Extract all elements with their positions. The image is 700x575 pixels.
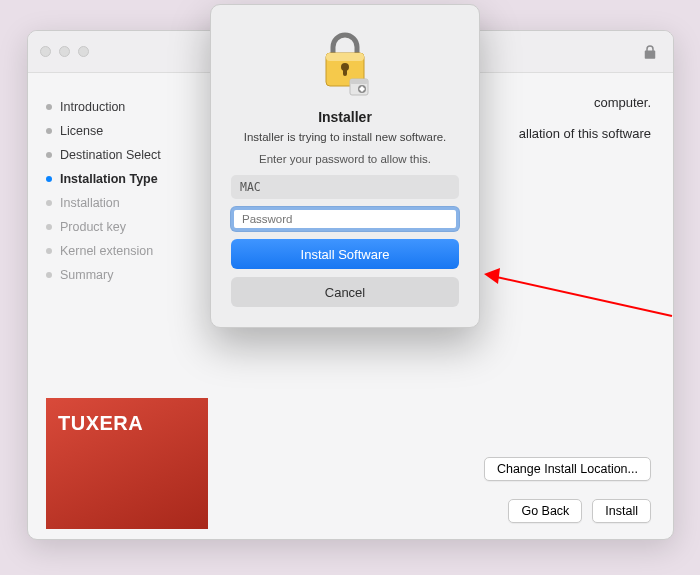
traffic-lights — [40, 46, 89, 57]
padlock-installer-icon — [317, 29, 373, 99]
zoom-traffic-light[interactable] — [78, 46, 89, 57]
svg-rect-3 — [343, 67, 347, 76]
step-label: License — [60, 124, 103, 138]
step-label: Destination Select — [60, 148, 161, 162]
step-label: Kernel extension — [60, 244, 153, 258]
step-destination-select: Destination Select — [46, 143, 190, 167]
step-installation-type: Installation Type — [46, 167, 190, 191]
sidebar: Introduction License Destination Select … — [28, 73, 200, 539]
install-software-button[interactable]: Install Software — [231, 239, 459, 269]
change-install-location-button[interactable]: Change Install Location... — [484, 457, 651, 481]
lock-icon[interactable] — [641, 43, 659, 61]
step-installation: Installation — [46, 191, 190, 215]
step-license: License — [46, 119, 190, 143]
step-introduction: Introduction — [46, 95, 190, 119]
step-summary: Summary — [46, 263, 190, 287]
modal-subtext: Enter your password to allow this. — [231, 153, 459, 165]
step-label: Installation — [60, 196, 120, 210]
install-button[interactable]: Install — [592, 499, 651, 523]
svg-rect-5 — [350, 79, 368, 84]
username-field[interactable] — [231, 175, 459, 199]
password-field[interactable] — [231, 207, 459, 231]
brand-name: TUXERA — [58, 412, 143, 435]
modal-title: Installer — [231, 109, 459, 125]
install-steps: Introduction License Destination Select … — [46, 95, 190, 388]
step-product-key: Product key — [46, 215, 190, 239]
step-label: Installation Type — [60, 172, 158, 186]
step-label: Introduction — [60, 100, 125, 114]
minimize-traffic-light[interactable] — [59, 46, 70, 57]
modal-description: Installer is trying to install new softw… — [231, 131, 459, 143]
step-label: Summary — [60, 268, 113, 282]
auth-modal: Installer Installer is trying to install… — [210, 4, 480, 328]
svg-rect-1 — [326, 53, 364, 61]
close-traffic-light[interactable] — [40, 46, 51, 57]
step-kernel-extension: Kernel extension — [46, 239, 190, 263]
step-label: Product key — [60, 220, 126, 234]
go-back-button[interactable]: Go Back — [508, 499, 582, 523]
cancel-button[interactable]: Cancel — [231, 277, 459, 307]
brand-logo: TUXERA — [46, 398, 208, 529]
